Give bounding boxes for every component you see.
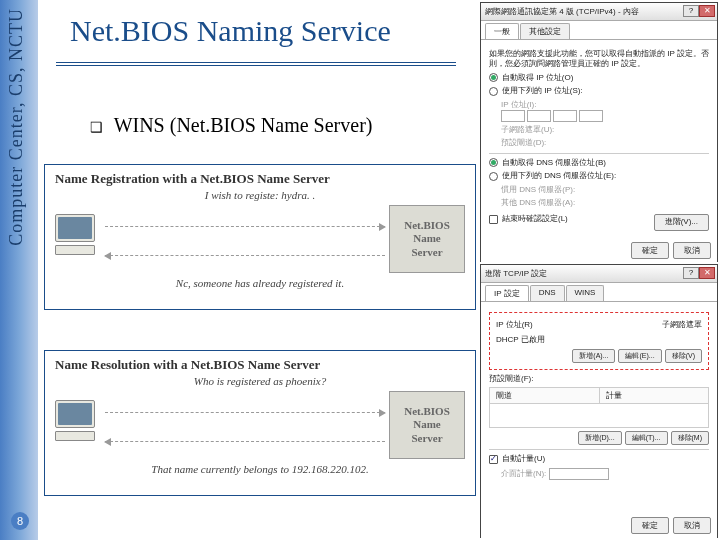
sidebar-label: Computer Center, CS, NCTU — [0, 0, 33, 254]
diagram1-subtitle: I wish to registe: hydra. . — [55, 189, 465, 201]
title-underline — [56, 62, 456, 63]
arrows — [105, 400, 385, 450]
dialog2-titlebar[interactable]: 進階 TCP/IP 設定 ? ✕ — [481, 265, 717, 283]
tab-alternate[interactable]: 其他設定 — [520, 23, 570, 39]
tab-dns[interactable]: DNS — [530, 285, 565, 301]
gw-remove-button[interactable]: 移除(M) — [671, 431, 710, 445]
server-box: Net.BIOS Name Server — [389, 205, 465, 273]
gateway-list[interactable] — [489, 404, 709, 428]
close-button[interactable]: ✕ — [699, 5, 715, 17]
bullet-text: WINS (Net.BIOS Name Server) — [114, 114, 373, 136]
diagram2-title: Name Resolution with a Net.BIOS Name Ser… — [55, 357, 465, 373]
dialog1-pane: 如果您的網路支援此功能，您可以取得自動指派的 IP 設定。否則，您必須詢問網路管… — [481, 40, 717, 263]
ip-section-label: IP 位址(R) — [496, 319, 533, 330]
arrows — [105, 214, 385, 264]
dialog2-title: 進階 TCP/IP 設定 — [485, 268, 547, 279]
radio-manual-ip[interactable] — [489, 87, 498, 96]
dialog2-pane: IP 位址(R) 子網路遮罩 DHCP 已啟用 新增(A)... 編輯(E)..… — [481, 302, 717, 538]
server-box: Net.BIOS Name Server — [389, 391, 465, 459]
ip-input[interactable] — [501, 110, 709, 122]
radio-auto-dns[interactable] — [489, 158, 498, 167]
diagram-registration: Name Registration with a Net.BIOS Name S… — [44, 164, 476, 310]
cancel-button[interactable]: 取消 — [673, 517, 711, 534]
diagram2-footer: That name currently belongs to 192.168.2… — [55, 463, 465, 475]
radio-auto-ip[interactable] — [489, 73, 498, 82]
help-button[interactable]: ? — [683, 267, 699, 279]
dialog2-tabs: IP 設定 DNS WINS — [481, 283, 717, 302]
dialog1-desc: 如果您的網路支援此功能，您可以取得自動指派的 IP 設定。否則，您必須詢問網路管… — [489, 49, 709, 70]
dialog-tcpip-properties: 網際網路通訊協定第 4 版 (TCP/IPv4) - 內容 ? ✕ 一般 其他設… — [480, 2, 718, 262]
page-number: 8 — [11, 512, 29, 530]
bullet-symbol: ❑ — [90, 120, 103, 135]
tab-general[interactable]: 一般 — [485, 23, 519, 39]
checkbox-auto-metric[interactable] — [489, 455, 498, 464]
help-button[interactable]: ? — [683, 5, 699, 17]
gw-add-button[interactable]: 新增(D)... — [578, 431, 622, 445]
computer-icon — [55, 400, 101, 450]
diagram1-body: Net.BIOS Name Server — [55, 205, 465, 273]
ok-button[interactable]: 確定 — [631, 242, 669, 259]
dhcp-note: DHCP 已啟用 — [496, 334, 702, 345]
edit-button[interactable]: 編輯(E)... — [618, 349, 661, 363]
dialog1-tabs: 一般 其他設定 — [481, 21, 717, 40]
dialog1-title: 網際網路通訊協定第 4 版 (TCP/IPv4) - 內容 — [485, 6, 639, 17]
dialog-advanced-tcpip: 進階 TCP/IP 設定 ? ✕ IP 設定 DNS WINS IP 位址(R)… — [480, 264, 718, 538]
sidebar: Computer Center, CS, NCTU — [0, 0, 38, 540]
radio-manual-dns[interactable] — [489, 172, 498, 181]
ok-button[interactable]: 確定 — [631, 517, 669, 534]
remove-button[interactable]: 移除(V) — [665, 349, 702, 363]
gateway-section-label: 預設閘道(F): — [489, 374, 709, 384]
subnet-col-label: 子網路遮罩 — [662, 319, 702, 330]
gateway-table-header: 閘道 計量 — [489, 387, 709, 404]
advanced-button[interactable]: 進階(V)... — [654, 214, 709, 230]
bullet-item: ❑ WINS (Net.BIOS Name Server) — [90, 114, 372, 137]
diagram2-subtitle: Who is registered as phoenix? — [55, 375, 465, 387]
close-button[interactable]: ✕ — [699, 267, 715, 279]
diagram1-footer: Nc, someone has already registered it. — [55, 277, 465, 289]
computer-icon — [55, 214, 101, 264]
gw-edit-button[interactable]: 編輯(T)... — [625, 431, 668, 445]
cancel-button[interactable]: 取消 — [673, 242, 711, 259]
tab-wins[interactable]: WINS — [566, 285, 605, 301]
diagram2-body: Net.BIOS Name Server — [55, 391, 465, 459]
checkbox-confirm-exit[interactable] — [489, 215, 498, 224]
diagram-resolution: Name Resolution with a Net.BIOS Name Ser… — [44, 350, 476, 496]
slide-title: Net.BIOS Naming Service — [70, 14, 391, 48]
add-button[interactable]: 新增(A)... — [572, 349, 615, 363]
tab-ip-settings[interactable]: IP 設定 — [485, 285, 529, 301]
metric-input[interactable] — [549, 468, 609, 480]
diagram1-title: Name Registration with a Net.BIOS Name S… — [55, 171, 465, 187]
dialog1-titlebar[interactable]: 網際網路通訊協定第 4 版 (TCP/IPv4) - 內容 ? ✕ — [481, 3, 717, 21]
title-underline-2 — [56, 65, 456, 66]
